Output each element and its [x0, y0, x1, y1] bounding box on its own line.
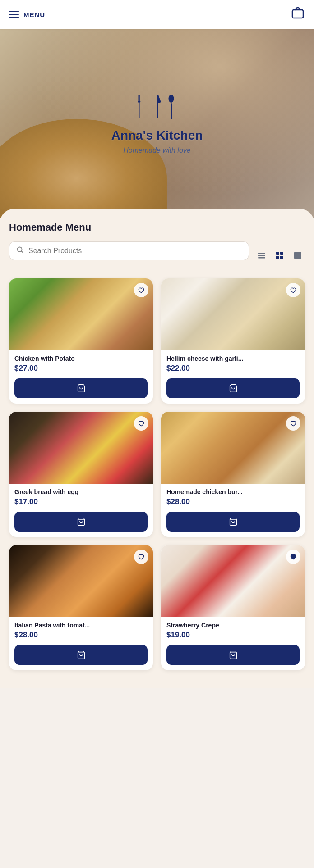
product-image-wrapper — [161, 278, 305, 350]
list-view-button[interactable] — [254, 248, 269, 263]
product-image — [161, 545, 305, 617]
hero-section: Anna's Kitchen Homemade with love — [0, 29, 314, 218]
add-to-cart-button[interactable] — [166, 378, 300, 398]
grid-view-button[interactable] — [272, 248, 287, 263]
product-image — [9, 545, 153, 617]
cart-button[interactable] — [291, 6, 305, 23]
search-input[interactable] — [28, 247, 241, 255]
add-to-cart-button[interactable] — [166, 512, 300, 532]
large-view-button[interactable] — [291, 248, 305, 263]
product-image-wrapper — [9, 412, 153, 484]
product-grid: Chicken with Potato $27.00 Hellim cheese… — [9, 278, 305, 670]
product-image — [9, 278, 153, 350]
product-image — [9, 412, 153, 484]
product-image — [161, 278, 305, 350]
add-to-cart-button[interactable] — [14, 378, 148, 398]
product-info: Greek bread with egg $17.00 — [9, 484, 153, 537]
svg-rect-15 — [276, 256, 279, 259]
svg-rect-0 — [292, 10, 303, 18]
product-price: $22.00 — [166, 364, 300, 373]
product-card: Chicken with Potato $27.00 — [9, 278, 153, 404]
product-info: Italian Pasta with tomat... $28.00 — [9, 617, 153, 670]
hero-content: Anna's Kitchen Homemade with love — [111, 92, 203, 155]
product-price: $19.00 — [166, 631, 300, 640]
favorite-button[interactable] — [134, 550, 148, 564]
svg-rect-13 — [276, 252, 279, 255]
product-price: $28.00 — [14, 631, 148, 640]
add-to-cart-button[interactable] — [166, 645, 300, 665]
hero-title: Anna's Kitchen — [111, 128, 203, 143]
menu-label: MENU — [23, 11, 45, 18]
header-left: MENU — [9, 11, 45, 18]
product-info: Homemade chicken bur... $28.00 — [161, 484, 305, 537]
product-info: Strawberry Crepe $19.00 — [161, 617, 305, 670]
svg-rect-16 — [280, 256, 283, 259]
add-to-cart-button[interactable] — [14, 645, 148, 665]
favorite-button[interactable] — [134, 416, 148, 431]
product-card: Greek bread with egg $17.00 — [9, 412, 153, 537]
product-price: $27.00 — [14, 364, 148, 373]
svg-rect-14 — [280, 252, 283, 255]
cutlery-icon — [136, 92, 178, 121]
section-title: Homemade Menu — [9, 222, 305, 233]
add-to-cart-button[interactable] — [14, 512, 148, 532]
svg-rect-6 — [171, 103, 172, 119]
product-name: Italian Pasta with tomat... — [14, 622, 148, 629]
product-price: $28.00 — [166, 497, 300, 506]
product-image — [161, 412, 305, 484]
svg-rect-17 — [294, 252, 301, 259]
svg-rect-1 — [139, 95, 140, 118]
hamburger-menu-button[interactable] — [9, 11, 19, 18]
product-name: Strawberry Crepe — [166, 622, 300, 629]
product-name: Greek bread with egg — [14, 488, 148, 495]
app-header: MENU — [0, 0, 314, 29]
product-card: Hellim cheese with garli... $22.00 — [161, 278, 305, 404]
product-name: Hellim cheese with garli... — [166, 355, 300, 362]
product-image-wrapper — [161, 412, 305, 484]
search-bar[interactable] — [9, 241, 249, 260]
product-image-wrapper — [9, 545, 153, 617]
svg-rect-11 — [258, 255, 265, 256]
product-image-wrapper — [9, 278, 153, 350]
svg-rect-4 — [138, 101, 141, 102]
product-price: $17.00 — [14, 497, 148, 506]
product-card: Italian Pasta with tomat... $28.00 — [9, 545, 153, 670]
product-card: Homemade chicken bur... $28.00 — [161, 412, 305, 537]
favorite-button[interactable] — [134, 283, 148, 297]
svg-rect-5 — [157, 95, 158, 118]
favorite-button[interactable] — [286, 416, 300, 431]
main-content: Homemade Menu — [0, 209, 314, 688]
favorite-button[interactable] — [286, 283, 300, 297]
favorite-button[interactable] — [286, 550, 300, 564]
product-card: Strawberry Crepe $19.00 — [161, 545, 305, 670]
toolbar — [9, 241, 305, 269]
product-image-wrapper — [161, 545, 305, 617]
hero-subtitle: Homemade with love — [123, 146, 190, 155]
svg-rect-12 — [258, 257, 265, 259]
view-toggle — [254, 248, 305, 263]
svg-line-9 — [22, 251, 23, 253]
product-name: Homemade chicken bur... — [166, 488, 300, 495]
svg-rect-10 — [258, 253, 265, 254]
product-info: Hellim cheese with garli... $22.00 — [161, 350, 305, 404]
product-info: Chicken with Potato $27.00 — [9, 350, 153, 404]
svg-point-7 — [169, 95, 174, 103]
search-icon — [17, 246, 24, 255]
product-name: Chicken with Potato — [14, 355, 148, 362]
